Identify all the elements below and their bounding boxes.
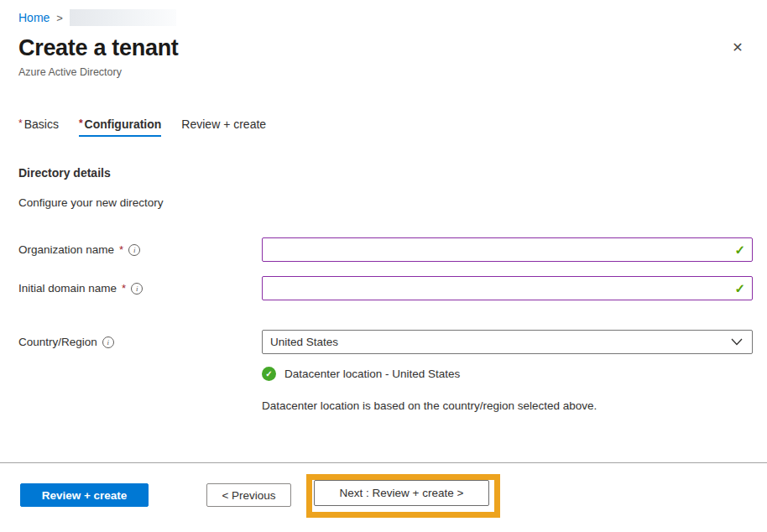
section-heading: Directory details xyxy=(18,166,111,180)
required-asterisk: * xyxy=(119,243,123,256)
close-icon[interactable]: ✕ xyxy=(729,39,746,56)
info-icon[interactable]: i xyxy=(128,244,140,256)
required-asterisk: * xyxy=(18,117,23,128)
previous-button[interactable]: < Previous xyxy=(206,483,291,507)
label-text: Organization name xyxy=(18,243,114,256)
breadcrumb-redacted-item[interactable] xyxy=(70,9,176,26)
label-text: Initial domain name xyxy=(18,282,117,295)
datacenter-status: ✓ Datacenter location - United States xyxy=(262,367,460,381)
page-title: Create a tenant xyxy=(18,35,179,61)
page-subtitle: Azure Active Directory xyxy=(18,66,122,78)
create-tenant-page: Home > Create a tenant Azure Active Dire… xyxy=(0,0,767,532)
tab-basics[interactable]: * Basics xyxy=(18,117,59,137)
datacenter-note: Datacenter location is based on the coun… xyxy=(262,399,597,412)
tab-configuration[interactable]: * Configuration xyxy=(79,117,161,137)
tab-label: Configuration xyxy=(85,117,162,131)
breadcrumb: Home > xyxy=(18,9,176,26)
country-region-select[interactable]: United States xyxy=(262,330,753,354)
tab-label: Basics xyxy=(24,117,59,131)
organization-name-field-wrap: ✓ xyxy=(262,237,753,262)
breadcrumb-chevron-icon: > xyxy=(56,12,63,24)
required-asterisk: * xyxy=(122,282,126,295)
label-text: Country/Region xyxy=(18,336,97,348)
initial-domain-name-field-wrap: ✓ xyxy=(262,276,753,300)
section-description: Configure your new directory xyxy=(18,196,164,209)
organization-name-input[interactable] xyxy=(262,237,753,262)
wizard-tabs: * Basics * Configuration Review + create xyxy=(18,117,286,137)
organization-name-label: Organization name * i xyxy=(18,243,140,256)
tab-label: Review + create xyxy=(181,117,266,131)
chevron-down-icon xyxy=(731,338,743,346)
footer-divider xyxy=(0,462,767,463)
country-region-label: Country/Region i xyxy=(18,336,114,348)
initial-domain-name-label: Initial domain name * i xyxy=(18,282,143,295)
datacenter-status-text: Datacenter location - United States xyxy=(284,368,460,380)
breadcrumb-home-link[interactable]: Home xyxy=(18,11,50,24)
next-review-create-button[interactable]: Next : Review + create > xyxy=(314,480,489,506)
select-value: United States xyxy=(270,336,338,348)
required-asterisk: * xyxy=(79,117,83,128)
info-icon[interactable]: i xyxy=(102,336,114,348)
initial-domain-name-input[interactable] xyxy=(262,276,753,300)
review-create-button[interactable]: Review + create xyxy=(20,483,149,507)
info-icon[interactable]: i xyxy=(131,283,143,295)
tab-review-create[interactable]: Review + create xyxy=(181,117,266,137)
success-check-icon: ✓ xyxy=(262,367,276,381)
